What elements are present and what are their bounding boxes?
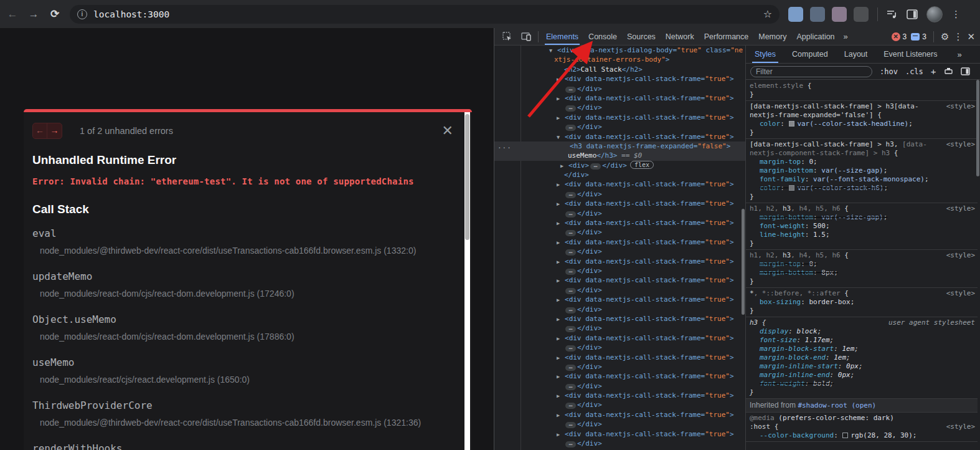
rendering-emulation-icon[interactable] bbox=[944, 67, 953, 76]
dom-tree-row[interactable]: ▶<div>…</div>flex bbox=[494, 161, 745, 170]
rule-origin-link[interactable]: user agent stylesheet bbox=[888, 318, 975, 327]
dom-tree-row[interactable]: …</div> bbox=[494, 400, 745, 409]
expand-arrow-icon[interactable]: ▶ bbox=[557, 257, 565, 266]
dom-tree-row[interactable]: ▶<div data-nextjs-call-stack-frame="true… bbox=[494, 113, 745, 122]
dom-tree-row[interactable]: ...<h3 data-nextjs-frame-expanded="false… bbox=[494, 141, 745, 151]
css-declaration[interactable]: margin-inline-start: 0px; bbox=[750, 362, 975, 371]
issues-badge[interactable]: 3 bbox=[911, 32, 926, 41]
css-declaration[interactable]: display: block; bbox=[750, 327, 975, 336]
dom-tree-row[interactable]: ▶<div data-nextjs-call-stack-frame="true… bbox=[494, 237, 745, 247]
dom-tree-row[interactable]: <h2>Call Stack</h2> bbox=[494, 65, 745, 74]
css-declaration[interactable]: color: var(--color-stack-headline); bbox=[750, 120, 975, 128]
dialog-scrollbar-thumb[interactable] bbox=[465, 114, 469, 240]
collapsed-content-icon[interactable]: … bbox=[565, 230, 576, 236]
devtools-close-icon[interactable]: ✕ bbox=[967, 31, 975, 42]
dom-tree-row[interactable]: ▶<div data-nextjs-call-stack-frame="true… bbox=[494, 371, 745, 381]
collapsed-content-icon[interactable]: … bbox=[565, 441, 576, 448]
expand-arrow-icon[interactable]: ▶ bbox=[557, 334, 565, 343]
bookmark-star-icon[interactable]: ☆ bbox=[763, 8, 772, 20]
expand-arrow-icon[interactable]: ▶ bbox=[557, 199, 565, 208]
expand-arrow-icon[interactable]: ▼ bbox=[557, 133, 565, 141]
computed-panel-toggle-icon[interactable] bbox=[961, 67, 970, 75]
dom-tree-row[interactable]: …</div> bbox=[494, 323, 745, 333]
css-rule[interactable]: <style>*, *::before, *::after {box-sizin… bbox=[746, 288, 978, 317]
devtools-tab-elements[interactable]: Elements bbox=[541, 28, 583, 45]
dom-tree-row[interactable]: ▶<div data-nextjs-call-stack-frame="true… bbox=[494, 333, 745, 343]
dom-tree-row[interactable]: …</div> bbox=[494, 362, 745, 371]
shadow-root-link[interactable]: #shadow-root (open) bbox=[798, 401, 876, 409]
rule-origin-link[interactable]: <style> bbox=[946, 102, 975, 111]
back-icon[interactable]: ← bbox=[6, 8, 19, 21]
css-declaration[interactable]: margin-inline-end: 0px; bbox=[750, 371, 975, 380]
dom-tree-row[interactable]: …</div> bbox=[494, 84, 745, 93]
dom-tree-row[interactable]: ▶<div data-nextjs-call-stack-frame="true… bbox=[494, 74, 745, 84]
expand-arrow-icon[interactable]: ▶ bbox=[557, 276, 565, 285]
class-toggle[interactable]: .cls bbox=[905, 67, 923, 76]
collapsed-content-icon[interactable]: … bbox=[565, 403, 576, 409]
color-swatch[interactable] bbox=[789, 121, 794, 127]
next-error-button[interactable]: → bbox=[47, 123, 62, 138]
collapsed-content-icon[interactable]: … bbox=[565, 384, 576, 390]
extension-icon[interactable] bbox=[810, 7, 825, 22]
dialog-scrollbar[interactable] bbox=[464, 112, 470, 450]
settings-gear-icon[interactable]: ⚙ bbox=[941, 31, 949, 42]
dom-tree-row[interactable]: …</div> bbox=[494, 209, 745, 218]
expand-arrow-icon[interactable]: ▶ bbox=[557, 180, 565, 189]
call-stack-frame[interactable]: updateMemonode_modules/react-dom/cjs/rea… bbox=[32, 270, 456, 299]
collapsed-content-icon[interactable]: … bbox=[565, 307, 576, 314]
sidebar-tab-layout[interactable]: Layout bbox=[844, 45, 868, 63]
expand-arrow-icon[interactable]: ▶ bbox=[557, 219, 565, 227]
dom-tree-row[interactable]: ▼<div data-nextjs-call-stack-frame="true… bbox=[494, 132, 745, 141]
expand-arrow-icon[interactable]: ▶ bbox=[557, 411, 565, 419]
site-info-icon[interactable]: i bbox=[77, 9, 87, 19]
css-rule[interactable]: element.style {} bbox=[746, 80, 978, 101]
sidebar-tab-styles[interactable]: Styles bbox=[755, 45, 776, 63]
styles-scrollbar-thumb[interactable] bbox=[976, 80, 979, 176]
call-stack-frame[interactable]: useMemonode_modules/react/cjs/react.deve… bbox=[32, 357, 456, 385]
css-rule[interactable]: <style>[data-nextjs-call-stack-frame] > … bbox=[746, 101, 978, 139]
collapsed-content-icon[interactable]: … bbox=[565, 211, 576, 218]
collapsed-content-icon[interactable]: … bbox=[565, 105, 576, 112]
collapsed-content-icon[interactable]: … bbox=[565, 326, 576, 332]
collapsed-content-icon[interactable]: … bbox=[565, 249, 576, 256]
expand-arrow-icon[interactable]: ▶ bbox=[557, 295, 565, 304]
rule-origin-link[interactable]: <style> bbox=[946, 423, 975, 431]
dom-tree-row[interactable]: …</div> bbox=[494, 227, 745, 237]
dom-tree-row[interactable]: useMemo</h3> == $0 bbox=[494, 151, 745, 160]
elements-scrollbar-thumb[interactable] bbox=[742, 209, 745, 315]
expand-arrow-icon[interactable]: ▶ bbox=[557, 391, 565, 400]
dom-tree-row[interactable]: ▼<div data-nextjs-dialog-body="true" cla… bbox=[494, 45, 745, 55]
dom-tree-row[interactable]: ▶<div data-nextjs-call-stack-frame="true… bbox=[494, 218, 745, 227]
css-declaration[interactable]: margin-block-end: 1em; bbox=[750, 353, 975, 362]
side-panel-icon[interactable] bbox=[907, 9, 918, 19]
expand-arrow-icon[interactable]: ▶ bbox=[557, 94, 565, 103]
media-controls-icon[interactable] bbox=[887, 9, 898, 19]
collapsed-content-icon[interactable]: … bbox=[565, 422, 576, 428]
css-declaration[interactable]: line-height: 1.5; bbox=[750, 231, 975, 239]
device-toolbar-icon[interactable] bbox=[521, 31, 532, 42]
rule-origin-link[interactable]: <style> bbox=[946, 289, 975, 298]
extension-icon[interactable] bbox=[832, 7, 847, 22]
dom-tree-row[interactable]: …</div> bbox=[494, 285, 745, 295]
css-rule[interactable]: user agent stylesheeth3 {display: block;… bbox=[746, 317, 978, 399]
more-panels-icon[interactable]: » bbox=[840, 32, 852, 41]
dom-tree-row[interactable]: …</div> bbox=[494, 103, 745, 112]
console-error-badge[interactable]: ✕ 3 bbox=[892, 32, 907, 41]
close-overlay-icon[interactable]: ✕ bbox=[442, 123, 453, 139]
color-swatch[interactable] bbox=[842, 433, 848, 438]
css-rule[interactable]: @media (prefers-color-scheme: dark)<styl… bbox=[746, 413, 978, 442]
css-declaration[interactable]: margin-bottom: 8px; bbox=[750, 269, 975, 277]
collapsed-content-icon[interactable]: … bbox=[565, 269, 576, 275]
collapsed-content-icon[interactable]: … bbox=[565, 192, 576, 198]
devtools-tab-performance[interactable]: Performance bbox=[699, 28, 754, 45]
dom-tree-row[interactable]: ▶<div data-nextjs-call-stack-frame="true… bbox=[494, 429, 745, 439]
color-swatch[interactable] bbox=[789, 185, 794, 191]
css-declaration[interactable]: color: var(--color-stack-h6); bbox=[750, 184, 975, 193]
extension-icon[interactable] bbox=[854, 7, 869, 22]
collapsed-content-icon[interactable]: … bbox=[565, 345, 576, 352]
collapsed-content-icon[interactable]: … bbox=[590, 163, 601, 170]
dom-tree-row[interactable]: ▶<div data-nextjs-call-stack-frame="true… bbox=[494, 199, 745, 208]
collapsed-content-icon[interactable]: … bbox=[565, 365, 576, 371]
dom-tree-row[interactable]: …</div> bbox=[494, 419, 745, 429]
rule-origin-link[interactable]: <style> bbox=[946, 204, 975, 213]
